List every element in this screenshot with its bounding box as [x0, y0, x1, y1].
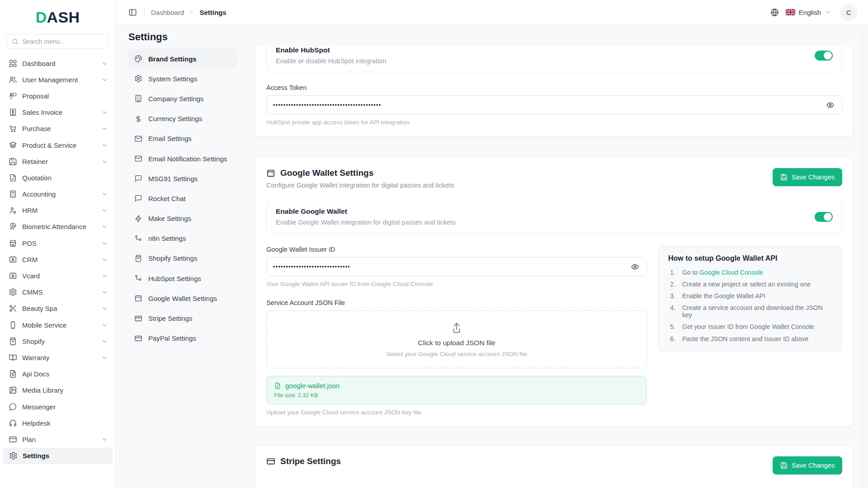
sidebar-item-label: POS — [22, 239, 37, 247]
chevron-down-icon — [101, 354, 108, 361]
issuer-id-label: Google Wallet Issuer ID — [266, 246, 647, 253]
settings-nav-item-currency-settings[interactable]: Currency Settings — [128, 109, 237, 129]
sidebar-search[interactable] — [6, 34, 109, 49]
service-account-json-label: Service Account JSON File — [266, 299, 647, 306]
sidebar-item-label: Product & Service — [22, 141, 76, 149]
howto-step-3: 3.Enable the Google Wallet API — [668, 292, 832, 300]
access-token-input[interactable] — [273, 102, 821, 108]
sidebar-item-product-service[interactable]: Product & Service — [3, 137, 113, 153]
sidebar-item-label: Warranty — [22, 354, 49, 361]
language-selector[interactable]: English — [786, 9, 831, 16]
sidebar-item-api-docs[interactable]: Api Docs — [3, 366, 113, 382]
google-wallet-save-button[interactable]: Save Changes — [773, 168, 842, 186]
settings-nav-item-rocket-chat[interactable]: Rocket Chat — [128, 188, 237, 208]
settings-nav-item-msg91-settings[interactable]: MSG91 Settings — [128, 169, 237, 188]
sidebar-item-settings[interactable]: Settings — [3, 448, 113, 464]
access-token-reveal-button[interactable] — [825, 100, 835, 110]
chevron-down-icon — [101, 109, 108, 116]
sidebar-item-mobile-service[interactable]: Mobile Service — [3, 317, 113, 333]
issuer-id-help: Your Google Wallet API Issuer ID from Go… — [266, 281, 647, 287]
stripe-header: Stripe Settings Save Changes — [266, 456, 842, 474]
sidebar-item-beauty-spa[interactable]: Beauty Spa — [3, 300, 113, 317]
eye-icon — [826, 101, 835, 109]
sidebar-item-label: Sales Invoice — [22, 108, 62, 116]
sidebar-item-shopify[interactable]: Shopify — [3, 333, 113, 349]
sidebar-item-helpdesk[interactable]: Helpdesk — [3, 415, 113, 431]
panel-left-icon — [128, 8, 137, 17]
settings-nav-item-system-settings[interactable]: System Settings — [128, 69, 237, 89]
settings-nav-item-stripe-settings[interactable]: Stripe Settings — [128, 308, 237, 328]
language-label: English — [799, 9, 821, 16]
sidebar-item-accounting[interactable]: Accounting — [3, 186, 113, 202]
uploaded-file-name-row: google-wallet.json — [274, 382, 639, 389]
globe-icon — [770, 8, 779, 17]
scrollbar-track[interactable] — [862, 25, 862, 488]
settings-nav-item-company-settings[interactable]: Company Settings — [128, 89, 237, 108]
settings-nav-label: Brand Settings — [148, 55, 197, 63]
app-logo: DASH — [0, 9, 115, 26]
sidebar-item-crm[interactable]: CRM — [3, 251, 113, 267]
sidebar-item-cmms[interactable]: CMMS — [3, 284, 113, 300]
hubspot-enabled-toggle[interactable] — [815, 51, 833, 61]
settings-nav-item-shopify-settings[interactable]: Shopify Settings — [128, 249, 237, 268]
settings-nav-item-email-settings[interactable]: Email Settings — [128, 129, 237, 149]
page-header: Settings — [116, 25, 868, 47]
google-wallet-settings-card: Google Wallet Settings Configure Google … — [255, 157, 854, 427]
howto-step-text: Create a new project or select an existi… — [682, 281, 811, 288]
stripe-settings-card: Stripe Settings Save Changes — [255, 445, 854, 488]
sidebar-item-label: Mobile Service — [22, 321, 66, 329]
sidebar-item-warranty[interactable]: Warranty — [3, 349, 113, 366]
sidebar-item-plan[interactable]: Plan — [3, 431, 113, 447]
stripe-save-button[interactable]: Save Changes — [773, 456, 842, 474]
upload-icon — [450, 321, 463, 339]
sidebar-item-label: Beauty Spa — [22, 305, 57, 312]
enable-hubspot-desc: Enable or disable HubSpot integration — [276, 57, 386, 65]
settings-nav-item-hubspot-settings[interactable]: HubSpot Settings — [128, 268, 237, 288]
google-wallet-enabled-toggle[interactable] — [815, 212, 833, 222]
sidebar-item-pos[interactable]: POS — [3, 235, 113, 251]
sidebar-item-media-library[interactable]: Media Library — [3, 382, 113, 399]
breadcrumb-dashboard[interactable]: Dashboard — [151, 9, 184, 16]
upload-hint: Select your Google Cloud service account… — [386, 351, 527, 357]
stripe-title: Stripe Settings — [280, 456, 341, 466]
settings-nav-label: Google Wallet Settings — [148, 295, 217, 302]
hubspot-settings-card: Enable HubSpot Enable or disable HubSpot… — [255, 47, 854, 137]
sidebar-item-label: Settings — [23, 452, 49, 460]
sidebar-item-user-management[interactable]: User Management — [3, 71, 113, 88]
search-input[interactable] — [22, 38, 104, 45]
sidebar-item-proposal[interactable]: Proposal — [3, 88, 113, 104]
issuer-id-input[interactable] — [273, 263, 625, 270]
sidebar-item-label: Biometric Attendance — [22, 223, 86, 230]
google-cloud-console-link[interactable]: Google Cloud Console — [699, 269, 763, 276]
sidebar-item-quotation[interactable]: Quotation — [3, 169, 113, 186]
logo-rest: ASH — [47, 9, 80, 26]
sidebar-item-dashboard[interactable]: Dashboard — [3, 55, 113, 71]
settings-nav-label: MSG91 Settings — [148, 175, 198, 183]
sidebar-item-biometric-attendance[interactable]: Biometric Attendance — [3, 219, 113, 235]
sidebar-item-vcard[interactable]: Vcard — [3, 267, 113, 284]
settings-nav-label: Email Settings — [148, 135, 192, 142]
chevron-down-icon — [101, 191, 108, 197]
sidebar-item-label: Proposal — [22, 92, 49, 100]
avatar[interactable]: C — [840, 4, 857, 21]
sidebar-toggle-button[interactable] — [127, 7, 138, 18]
sidebar-item-purchase[interactable]: Purchase — [3, 121, 113, 137]
sidebar-item-messenger[interactable]: Messenger — [3, 399, 113, 415]
chevron-down-icon — [101, 272, 108, 279]
settings-nav-item-n8n-settings[interactable]: n8n Settings — [128, 229, 237, 249]
content-region: Brand SettingsSystem SettingsCompany Set… — [116, 47, 868, 488]
sidebar-item-label: User Management — [22, 76, 78, 84]
settings-nav-item-paypal-settings[interactable]: PayPal Settings — [128, 328, 237, 348]
issuer-id-reveal-button[interactable] — [630, 262, 640, 272]
settings-nav-label: Shopify Settings — [148, 254, 197, 262]
settings-nav-item-email-notification-settings[interactable]: Email Notification Settings — [128, 149, 237, 169]
settings-nav-item-google-wallet-settings[interactable]: Google Wallet Settings — [128, 288, 237, 308]
globe-button[interactable] — [769, 7, 780, 18]
sidebar-item-hrm[interactable]: HRM — [3, 202, 113, 219]
sidebar-item-retainer[interactable]: Retainer — [3, 153, 113, 169]
settings-nav-item-make-settings[interactable]: Make Settings — [128, 209, 237, 229]
topbar-divider — [144, 7, 145, 17]
sidebar-item-sales-invoice[interactable]: Sales Invoice — [3, 104, 113, 121]
settings-nav-item-brand-settings[interactable]: Brand Settings — [128, 49, 237, 69]
json-upload-dropzone[interactable]: Click to upload JSON file Select your Go… — [266, 310, 647, 368]
